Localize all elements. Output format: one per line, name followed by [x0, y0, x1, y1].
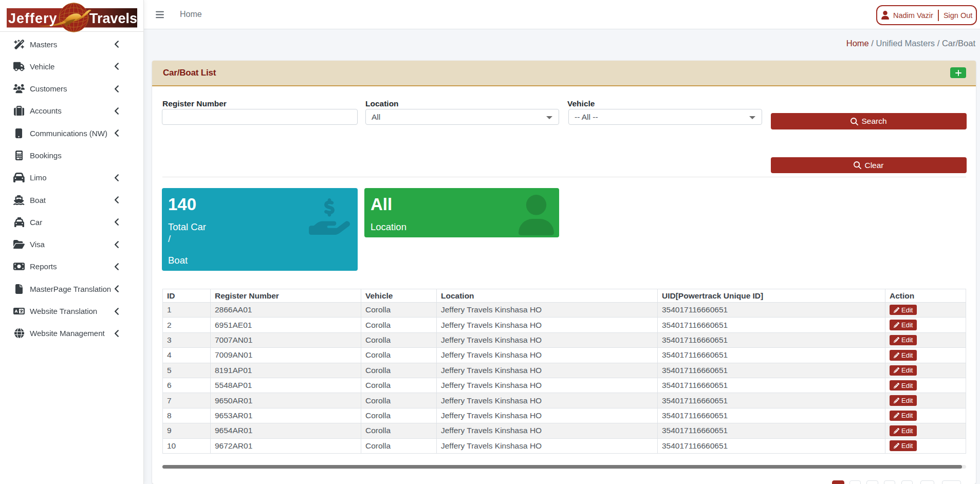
svg-text:Jeffery: Jeffery [8, 11, 58, 26]
svg-text:Travels: Travels [89, 11, 137, 26]
